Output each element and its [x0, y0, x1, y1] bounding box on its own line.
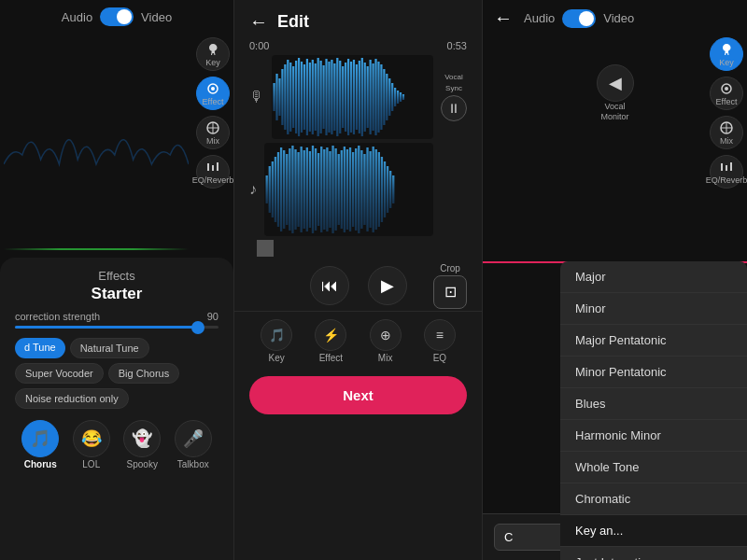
svg-rect-83	[344, 147, 345, 232]
svg-rect-106	[721, 163, 723, 171]
pill-vocoder[interactable]: Super Vocoder	[15, 363, 104, 384]
dropdown-major-pent[interactable]: Major Pentatonic	[560, 325, 747, 357]
svg-rect-49	[386, 74, 388, 120]
svg-rect-77	[326, 147, 328, 231]
spooky-icon-item[interactable]: 👻 Spooky	[123, 420, 161, 469]
slider-thumb	[191, 321, 204, 334]
edit-header: ← Edit	[234, 0, 482, 40]
eq-ctrl-center[interactable]: ≡ EQ	[424, 319, 456, 363]
top-bar-left: Audio Video	[0, 0, 233, 34]
chorus-icon-item[interactable]: 🎵 Chorus	[21, 420, 59, 469]
svg-rect-10	[278, 78, 280, 116]
vocal-sync-btn[interactable]: ⏸	[441, 95, 467, 121]
svg-rect-63	[286, 154, 288, 225]
svg-rect-100	[392, 175, 394, 203]
bottom-icon-row: 🎵 Chorus 😂 LOL 👻 Spooky 🎤 Talkbox	[15, 416, 218, 469]
lol-icon-circle: 😂	[73, 420, 110, 457]
svg-rect-96	[381, 157, 383, 222]
back-button-center[interactable]: ←	[249, 11, 268, 33]
effect-ctrl-center[interactable]: ⚡ Effect	[315, 319, 346, 363]
eq-btn-left[interactable]: EQ/Reverb	[196, 155, 230, 189]
pill-noise[interactable]: Noise reduction only	[15, 388, 129, 409]
dropdown-minor[interactable]: Minor	[560, 293, 747, 325]
svg-rect-93	[373, 147, 374, 232]
mix-label-left: Mix	[206, 136, 219, 146]
svg-rect-50	[388, 78, 390, 116]
waveform-area-left	[4, 71, 189, 258]
crop-btn[interactable]: ⊡	[433, 275, 467, 309]
svg-rect-44	[372, 63, 374, 131]
dropdown-blues[interactable]: Blues	[560, 388, 747, 420]
svg-rect-65	[291, 146, 293, 233]
svg-rect-14	[289, 63, 291, 132]
svg-rect-62	[283, 150, 285, 229]
key-ctrl-center[interactable]: 🎵 Key	[261, 319, 292, 363]
pill-natural[interactable]: Natural Tune	[70, 338, 149, 358]
vocal-monitor-btn[interactable]: ◀	[597, 64, 634, 102]
svg-rect-73	[315, 148, 317, 231]
pill-chorus[interactable]: Big Chorus	[108, 363, 179, 384]
eq-ctrl-circle: ≡	[424, 319, 456, 351]
dropdown-minor-pent[interactable]: Minor Pentatonic	[560, 357, 747, 388]
play-btn[interactable]: ▶	[368, 266, 407, 305]
mix-btn-left[interactable]: Mix	[196, 116, 230, 149]
video-label-right: Video	[603, 11, 634, 25]
vocal-sync-area: Vocal Sync ⏸	[441, 73, 467, 121]
svg-rect-45	[374, 59, 376, 135]
effect-pills: d Tune Natural Tune Super Vocoder Big Ch…	[15, 338, 218, 409]
mix-ctrl-center[interactable]: ⊕ Mix	[370, 319, 402, 363]
dropdown-chromatic[interactable]: Chromatic	[560, 483, 747, 515]
dropdown-key-an[interactable]: Key an...	[560, 515, 747, 547]
audio-video-toggle-left[interactable]	[100, 7, 134, 26]
vocal-sync-label2: Sync	[445, 84, 462, 92]
svg-rect-66	[294, 149, 296, 230]
eq-btn-right[interactable]: EQ/Reverb	[710, 155, 743, 189]
svg-rect-108	[730, 162, 732, 171]
edit-title: Edit	[277, 12, 309, 32]
left-panel: Audio Video Key Effect Mix EQ/Reverb Eff	[0, 0, 233, 560]
svg-point-102	[725, 87, 728, 91]
skip-back-btn[interactable]: ⏮	[310, 266, 349, 305]
slider-fill	[15, 326, 198, 329]
svg-rect-87	[355, 148, 357, 231]
svg-rect-47	[380, 64, 382, 130]
audio-label-right: Audio	[524, 11, 555, 25]
svg-rect-68	[301, 147, 303, 232]
effect-btn-right[interactable]: Effect	[710, 77, 743, 110]
music-waveform	[264, 143, 433, 236]
svg-rect-9	[275, 74, 277, 120]
correction-value: 90	[207, 311, 218, 322]
svg-rect-67	[297, 152, 299, 227]
dropdown-whole-tone[interactable]: Whole Tone	[560, 452, 747, 483]
svg-rect-56	[266, 175, 268, 203]
key-btn-left[interactable]: Key	[196, 37, 230, 71]
audio-video-toggle-right[interactable]	[562, 9, 596, 28]
svg-rect-59	[275, 157, 276, 222]
svg-rect-35	[347, 59, 349, 135]
svg-rect-52	[394, 88, 396, 106]
back-btn-right[interactable]: ←	[494, 7, 513, 29]
dropdown-just[interactable]: Just Intonation	[560, 547, 747, 560]
dropdown-harmonic[interactable]: Harmonic Minor	[560, 420, 747, 452]
right-main-area: ◀ VocalMonitor	[483, 36, 747, 141]
key-btn-right[interactable]: Key	[710, 37, 743, 71]
svg-rect-53	[397, 91, 399, 104]
dropdown-major[interactable]: Major	[560, 261, 747, 293]
next-button[interactable]: Next	[249, 376, 467, 414]
lol-icon-item[interactable]: 😂 LOL	[73, 420, 110, 469]
svg-rect-78	[329, 151, 331, 228]
mix-btn-right[interactable]: Mix	[710, 116, 743, 149]
effects-section: Effects Starter correction strength 90 d…	[0, 258, 233, 560]
svg-rect-29	[331, 60, 332, 134]
svg-rect-85	[349, 147, 351, 231]
svg-rect-76	[323, 149, 325, 230]
correction-slider[interactable]	[15, 326, 218, 329]
talkbox-icon-item[interactable]: 🎤 Talkbox	[175, 420, 212, 469]
svg-rect-8	[273, 83, 275, 111]
right-panel: ← Audio Video ◀ VocalMonitor Key Effect …	[483, 0, 747, 560]
svg-rect-32	[339, 61, 341, 133]
svg-rect-69	[303, 150, 305, 229]
eq-label-left: EQ/Reverb	[192, 175, 233, 185]
pill-dtune[interactable]: d Tune	[15, 338, 65, 358]
effect-btn-left[interactable]: Effect	[196, 77, 230, 110]
